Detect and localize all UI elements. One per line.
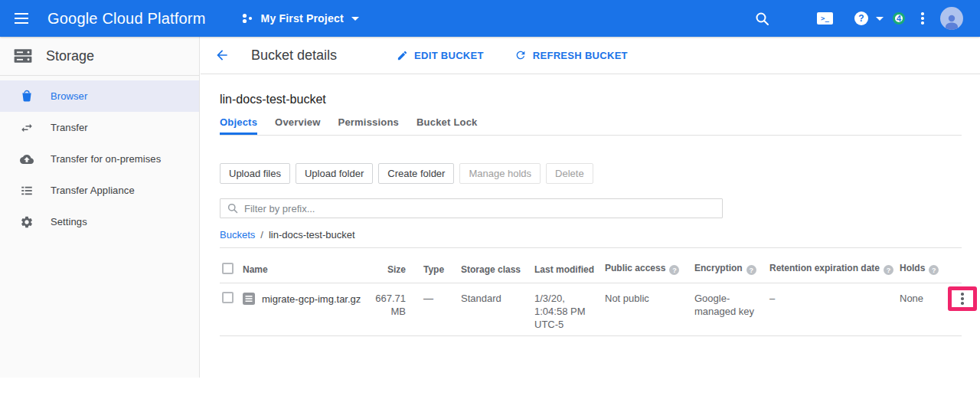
table-row: migrate-gcp-img.tar.gz 667.71 MB — Stand… bbox=[220, 283, 962, 336]
bucket-icon bbox=[20, 90, 35, 103]
select-all-checkbox[interactable] bbox=[222, 263, 234, 274]
refresh-bucket-button[interactable]: REFRESH BUCKET bbox=[514, 49, 628, 61]
product-logo[interactable]: Google Cloud Platform bbox=[47, 10, 206, 28]
tab-objects[interactable]: Objects bbox=[220, 116, 257, 135]
bucket-tabs: Objects Overview Permissions Bucket Lock bbox=[220, 116, 962, 136]
tab-overview[interactable]: Overview bbox=[275, 116, 320, 135]
sidebar-item-browser[interactable]: Browser bbox=[0, 80, 199, 112]
top-app-bar: Google Cloud Platform My First Project >… bbox=[0, 0, 980, 37]
search-icon bbox=[227, 202, 238, 217]
sidebar-item-settings[interactable]: Settings bbox=[0, 206, 199, 237]
main-content: Bucket details EDIT BUCKET REFRESH BUCKE… bbox=[201, 37, 980, 336]
object-name-link[interactable]: migrate-gcp-img.tar.gz bbox=[262, 293, 361, 306]
filter-field-wrap bbox=[220, 198, 723, 218]
appliance-list-icon bbox=[20, 184, 35, 198]
help-icon[interactable]: ? bbox=[669, 265, 679, 275]
sidebar-item-label: Browser bbox=[51, 90, 87, 102]
table-header-row: Name Size Type Storage class Last modifi… bbox=[220, 248, 962, 283]
storage-product-icon bbox=[13, 46, 33, 66]
sidebar-item-label: Transfer for on-premises bbox=[51, 153, 161, 165]
breadcrumb-buckets-link[interactable]: Buckets bbox=[220, 229, 255, 240]
gear-icon bbox=[20, 215, 35, 229]
manage-holds-button: Manage holds bbox=[459, 163, 541, 184]
col-header-name: Name bbox=[243, 264, 371, 283]
delete-button: Delete bbox=[546, 163, 593, 184]
sidebar-item-label: Transfer Appliance bbox=[51, 185, 135, 196]
objects-table: Name Size Type Storage class Last modifi… bbox=[220, 248, 962, 336]
avatar[interactable] bbox=[940, 7, 963, 30]
help-icon[interactable]: ? bbox=[929, 265, 939, 275]
col-header-type: Type bbox=[406, 264, 461, 283]
object-encryption: Google-managed key bbox=[694, 292, 769, 335]
sidebar-title: Storage bbox=[46, 48, 94, 64]
chevron-down-icon bbox=[876, 17, 884, 21]
row-more-options-icon[interactable] bbox=[959, 291, 965, 306]
help-icon[interactable]: ? bbox=[746, 265, 756, 275]
sidebar-item-transfer-appliance[interactable]: Transfer Appliance bbox=[0, 175, 199, 206]
sidebar-nav: Browser Transfer Transfer for on-premise… bbox=[0, 76, 199, 237]
edit-bucket-label: EDIT BUCKET bbox=[414, 50, 484, 61]
topbar-actions: >_ ? 4 bbox=[754, 7, 980, 30]
project-icon bbox=[241, 12, 253, 25]
sidebar-item-label: Settings bbox=[51, 216, 87, 227]
col-header-last-modified: Last modified bbox=[534, 264, 605, 283]
cloud-upload-icon bbox=[20, 152, 35, 166]
breadcrumb-separator: / bbox=[260, 229, 263, 240]
object-size: 667.71 MB bbox=[371, 292, 406, 335]
annotation-highlight-box bbox=[948, 286, 977, 311]
object-last-modified: 1/3/20, 1:04:58 PM UTC-5 bbox=[534, 292, 605, 335]
hamburger-menu-icon[interactable] bbox=[14, 11, 31, 25]
col-header-retention-expiration-date: Retention expiration date? bbox=[769, 263, 900, 283]
sidebar: Storage Browser Transfer Transfer for on… bbox=[0, 37, 200, 378]
page-title: Bucket details bbox=[251, 47, 337, 64]
breadcrumb: Buckets / lin-docs-test-bucket bbox=[220, 229, 962, 240]
help-menu[interactable]: ? bbox=[854, 11, 884, 25]
help-icon[interactable]: ? bbox=[884, 265, 893, 275]
sidebar-item-label: Transfer bbox=[51, 122, 88, 133]
pencil-icon bbox=[397, 50, 408, 61]
sidebar-header: Storage bbox=[0, 37, 199, 76]
sidebar-item-transfer-on-premises[interactable]: Transfer for on-premises bbox=[0, 143, 199, 175]
back-arrow-icon[interactable] bbox=[214, 47, 231, 64]
upload-files-button[interactable]: Upload files bbox=[220, 163, 290, 184]
row-checkbox[interactable] bbox=[222, 292, 234, 303]
bucket-name-title: lin-docs-test-bucket bbox=[220, 93, 962, 106]
tab-permissions[interactable]: Permissions bbox=[338, 116, 400, 135]
upload-folder-button[interactable]: Upload folder bbox=[296, 163, 373, 184]
cloud-shell-icon[interactable]: >_ bbox=[817, 12, 833, 25]
object-type: — bbox=[406, 292, 461, 335]
col-header-encryption: Encryption? bbox=[694, 263, 769, 283]
refresh-icon bbox=[514, 49, 527, 61]
help-icon: ? bbox=[854, 11, 868, 25]
create-folder-button[interactable]: Create folder bbox=[378, 163, 454, 184]
sidebar-item-transfer[interactable]: Transfer bbox=[0, 112, 199, 143]
project-name: My First Project bbox=[261, 12, 344, 25]
col-header-holds: Holds? bbox=[900, 263, 948, 283]
edit-bucket-button[interactable]: EDIT BUCKET bbox=[397, 50, 484, 61]
object-public-access: Not public bbox=[605, 292, 694, 335]
col-header-storage-class: Storage class bbox=[461, 264, 534, 283]
search-icon[interactable] bbox=[754, 11, 769, 26]
page-header: Bucket details EDIT BUCKET REFRESH BUCKE… bbox=[201, 37, 980, 74]
object-holds: None bbox=[900, 292, 948, 335]
objects-toolbar: Upload files Upload folder Create folder… bbox=[220, 163, 962, 184]
col-header-size: Size bbox=[371, 264, 406, 283]
object-retention-expiration-date: – bbox=[769, 292, 900, 335]
col-header-public-access: Public access? bbox=[605, 263, 694, 283]
project-switcher[interactable]: My First Project bbox=[241, 12, 359, 25]
chevron-down-icon bbox=[351, 17, 359, 21]
swap-arrows-icon bbox=[20, 121, 35, 135]
more-options-icon[interactable] bbox=[919, 12, 926, 25]
object-storage-class: Standard bbox=[461, 292, 534, 335]
file-icon bbox=[243, 293, 255, 308]
refresh-bucket-label: REFRESH BUCKET bbox=[533, 50, 628, 61]
filter-by-prefix-input[interactable] bbox=[220, 198, 723, 218]
breadcrumb-current: lin-docs-test-bucket bbox=[269, 229, 355, 240]
notifications-badge[interactable]: 4 bbox=[893, 12, 905, 25]
tab-bucket-lock[interactable]: Bucket Lock bbox=[416, 116, 478, 135]
